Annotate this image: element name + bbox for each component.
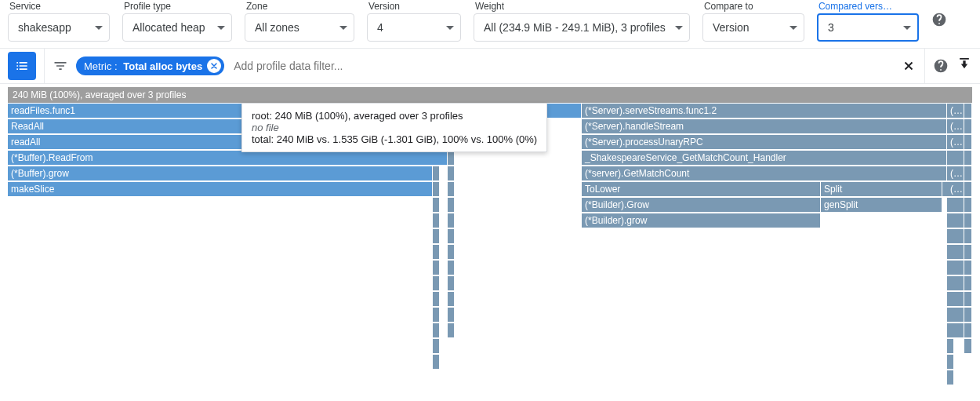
compared-version-select[interactable]: 3 xyxy=(817,13,919,42)
filter-icon[interactable] xyxy=(53,58,68,74)
flame-cell[interactable] xyxy=(448,181,455,196)
flame-cell[interactable] xyxy=(964,213,972,228)
weight-value: All (234.9 MiB - 249.1 MiB), 3 profiles xyxy=(484,21,666,34)
flame-cell[interactable]: (*h… xyxy=(947,103,964,118)
flame-row xyxy=(8,338,972,354)
chip-close-button[interactable] xyxy=(207,59,221,73)
zone-select[interactable]: All zones xyxy=(245,13,354,42)
flame-cell[interactable]: (*Server).serveStreams.func1.2 xyxy=(582,103,947,118)
service-select[interactable]: shakesapp xyxy=(8,13,110,42)
flame-cell[interactable]: (*server).GetMatchCount xyxy=(582,166,947,180)
compared-version-label: Compared vers… xyxy=(817,1,911,12)
flame-cell[interactable] xyxy=(448,307,455,322)
flame-cell[interactable] xyxy=(433,323,440,337)
help-icon[interactable] xyxy=(933,58,949,74)
flame-cell[interactable] xyxy=(964,197,972,212)
flame-cell[interactable] xyxy=(947,291,964,306)
flame-cell[interactable] xyxy=(433,307,440,322)
flame-cell[interactable] xyxy=(433,228,440,243)
metric-chip[interactable]: Metric : Total alloc bytes xyxy=(76,57,224,75)
flame-cell[interactable] xyxy=(448,275,455,290)
flame-root[interactable]: 240 MiB (100%), averaged over 3 profiles xyxy=(8,87,972,103)
flame-cell[interactable] xyxy=(433,213,440,228)
flame-cell[interactable] xyxy=(947,370,954,385)
flame-cell[interactable]: Split xyxy=(821,181,942,196)
help-icon[interactable] xyxy=(931,12,947,27)
flame-cell[interactable] xyxy=(433,197,440,212)
download-icon[interactable] xyxy=(956,58,972,74)
flame-cell[interactable] xyxy=(448,244,455,259)
divider xyxy=(924,48,925,84)
flame-cell[interactable]: (*Builder).grow xyxy=(582,213,821,228)
flame-cell[interactable] xyxy=(448,323,455,337)
flame-cell[interactable] xyxy=(448,228,455,243)
flame-cell[interactable] xyxy=(964,307,972,322)
flame-cell[interactable] xyxy=(964,260,972,275)
flame-cell[interactable] xyxy=(433,181,440,196)
flame-cell[interactable]: (… xyxy=(947,181,964,196)
filter-bar: Service shakesapp Profile type Allocated… xyxy=(0,0,980,48)
flame-cell[interactable] xyxy=(433,291,440,306)
flame-row: makeSliceToLowerSplit(… xyxy=(8,181,972,197)
flame-cell[interactable] xyxy=(964,150,972,165)
zone-value: All zones xyxy=(255,21,299,34)
flame-cell[interactable] xyxy=(433,275,440,290)
flame-cell[interactable] xyxy=(964,244,972,259)
add-filter-input[interactable] xyxy=(232,53,893,78)
flame-cell[interactable] xyxy=(947,323,964,337)
flame-cell[interactable]: (… xyxy=(947,134,964,149)
flame-cell[interactable] xyxy=(947,260,964,275)
flame-row xyxy=(8,244,972,260)
flame-cell[interactable] xyxy=(964,181,972,196)
close-icon[interactable] xyxy=(901,58,916,74)
flame-cell[interactable] xyxy=(964,338,972,353)
flame-cell[interactable] xyxy=(433,354,440,369)
flame-row xyxy=(8,323,972,338)
flame-cell[interactable] xyxy=(947,228,964,243)
flame-cell[interactable] xyxy=(964,103,972,118)
profile-type-label: Profile type xyxy=(122,1,232,12)
flame-cell[interactable]: (*Server).handleStream xyxy=(582,118,947,133)
weight-select[interactable]: All (234.9 MiB - 249.1 MiB), 3 profiles xyxy=(474,13,690,42)
list-view-button[interactable] xyxy=(8,52,36,80)
flame-cell[interactable]: (*h… xyxy=(947,118,964,133)
flame-cell[interactable] xyxy=(964,228,972,243)
flame-cell[interactable] xyxy=(433,166,440,180)
flame-cell[interactable]: _ShakespeareService_GetMatchCount_Handle… xyxy=(582,150,947,165)
flame-row xyxy=(8,291,972,307)
flame-graph: 240 MiB (100%), averaged over 3 profiles… xyxy=(8,84,972,385)
profile-type-select[interactable]: Allocated heap xyxy=(122,13,232,42)
flame-cell[interactable]: genSplit xyxy=(821,197,942,212)
flame-cell[interactable]: (*Server).processUnaryRPC xyxy=(582,134,947,149)
flame-cell[interactable]: (*Builder).Grow xyxy=(582,197,821,212)
caret-down-icon xyxy=(789,26,797,30)
flame-cell[interactable] xyxy=(448,260,455,275)
flame-cell[interactable] xyxy=(947,244,964,259)
flame-cell[interactable] xyxy=(448,213,455,228)
flame-cell[interactable] xyxy=(947,150,964,165)
flame-cell[interactable] xyxy=(964,291,972,306)
flame-cell[interactable] xyxy=(947,307,964,322)
flame-cell[interactable] xyxy=(964,275,972,290)
flame-cell[interactable]: (*Buffer).grow xyxy=(8,166,433,180)
flame-cell[interactable] xyxy=(964,166,972,180)
flame-cell[interactable]: ToLower xyxy=(582,181,821,196)
flame-cell[interactable] xyxy=(947,354,954,369)
flame-cell[interactable] xyxy=(947,338,954,353)
flame-cell[interactable]: makeSlice xyxy=(8,181,433,196)
version-select[interactable]: 4 xyxy=(367,13,461,42)
flame-cell[interactable] xyxy=(964,134,972,149)
flame-cell[interactable]: (… xyxy=(947,166,964,180)
flame-cell[interactable] xyxy=(964,118,972,133)
flame-cell[interactable] xyxy=(947,197,964,212)
flame-cell[interactable] xyxy=(448,197,455,212)
flame-cell[interactable] xyxy=(433,244,440,259)
flame-cell[interactable] xyxy=(448,291,455,306)
flame-cell[interactable] xyxy=(433,338,440,353)
flame-cell[interactable] xyxy=(947,275,964,290)
flame-cell[interactable] xyxy=(448,166,455,180)
flame-cell[interactable] xyxy=(947,213,964,228)
compare-to-select[interactable]: Version xyxy=(702,13,804,42)
flame-cell[interactable] xyxy=(433,260,440,275)
flame-cell[interactable] xyxy=(964,323,972,337)
